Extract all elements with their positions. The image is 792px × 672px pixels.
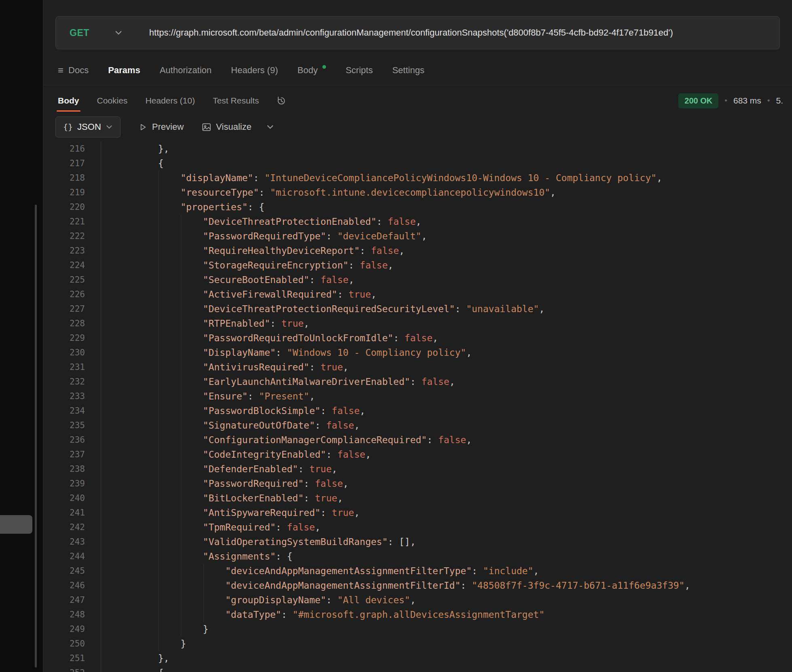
gutter [85, 156, 101, 171]
line-number: 245 [44, 564, 85, 578]
code-text: "TpmRequired": false, [101, 520, 320, 535]
format-label: JSON [77, 122, 101, 132]
code-text: "ConfigurationManagerComplianceRequired"… [101, 433, 472, 447]
code-token: , [388, 260, 394, 270]
response-tab-headers-10[interactable]: Headers (10) [145, 96, 195, 106]
chevron-down-icon[interactable] [114, 29, 123, 37]
line-number: 224 [44, 258, 85, 273]
response-meta: 200 OK • 683 ms • 5. [678, 90, 783, 112]
sidebar-hover-item[interactable] [0, 515, 32, 534]
code-line: 239 "PasswordRequired": false, [44, 476, 792, 491]
code-text: } [101, 636, 186, 651]
code-token: "PasswordRequiredType" [203, 231, 326, 241]
code-token: , [304, 318, 309, 329]
code-token: "IntuneDeviceCompliancePolicyWindows10-W… [265, 173, 656, 183]
gutter [85, 505, 101, 520]
code-text: "displayName": "IntuneDeviceCompliancePo… [101, 171, 662, 185]
gutter [85, 374, 101, 389]
code-token: : [337, 289, 349, 300]
response-tab-test-results[interactable]: Test Results [213, 96, 259, 106]
preview-button[interactable]: Preview [138, 122, 184, 132]
request-tab-body[interactable]: Body [297, 65, 326, 76]
line-number: 248 [44, 607, 85, 622]
code-token: , [684, 580, 690, 591]
code-token: } [113, 638, 186, 649]
code-token: , [534, 566, 539, 576]
request-tab-headers-9[interactable]: Headers (9) [231, 65, 278, 76]
code-token [113, 435, 203, 445]
code-line: 224 "StorageRequireEncryption": false, [44, 258, 792, 273]
code-text: { [101, 666, 164, 672]
code-token: "ActiveFirewallRequired" [203, 289, 337, 300]
code-token: : [393, 333, 404, 343]
code-token: , [421, 231, 427, 241]
code-token [113, 580, 225, 591]
request-tab-authorization[interactable]: Authorization [160, 65, 212, 76]
code-line: 222 "PasswordRequiredType": "deviceDefau… [44, 229, 792, 243]
code-line: 234 "PasswordBlockSimple": false, [44, 404, 792, 418]
code-token: false [287, 522, 315, 533]
history-icon[interactable] [276, 95, 287, 106]
code-token: , [416, 216, 421, 227]
gutter [85, 578, 101, 593]
indent-guide [203, 564, 204, 622]
code-token: : [427, 435, 438, 445]
url-input[interactable]: https://graph.microsoft.com/beta/admin/c… [149, 27, 673, 38]
code-line: 225 "SecureBootEnabled": false, [44, 273, 792, 287]
request-tab-settings[interactable]: Settings [392, 65, 425, 76]
chevron-down-icon[interactable] [266, 123, 274, 131]
request-tab-docs[interactable]: ≡Docs [58, 65, 89, 76]
line-number: 232 [44, 374, 85, 389]
code-token: "All devices" [337, 595, 410, 605]
gutter [85, 389, 101, 404]
code-line: 223 "RequireHealthyDeviceReport": false, [44, 243, 792, 258]
indent-guide [181, 214, 181, 636]
response-tab-body[interactable]: Body [58, 96, 79, 106]
gutter [85, 287, 101, 302]
request-panel: GET https://graph.microsoft.com/beta/adm… [44, 0, 792, 672]
gutter [85, 549, 101, 564]
code-token: "48508f7f-3f9c-4717-b671-a11f6e9a3f39" [472, 580, 684, 591]
code-line: 221 "DeviceThreatProtectionEnabled": fal… [44, 214, 792, 229]
code-token: false [360, 260, 388, 270]
code-token: : [281, 609, 292, 620]
code-token [113, 391, 203, 402]
visualize-button[interactable]: Visualize [201, 122, 252, 132]
gutter [85, 418, 101, 433]
code-text: "dataType": "#microsoft.graph.allDevices… [101, 607, 544, 622]
code-text: { [101, 156, 164, 171]
code-token: , [550, 187, 556, 198]
code-token: "ValidOperatingSystemBuildRanges" [203, 537, 388, 547]
code-token: "AntivirusRequired" [203, 362, 309, 372]
chevron-down-icon [106, 123, 113, 131]
code-token: : [455, 304, 466, 314]
code-text: }, [101, 142, 169, 156]
code-token: : [320, 507, 332, 518]
line-number: 236 [44, 433, 85, 447]
method-selector[interactable]: GET [70, 27, 89, 38]
code-token: , [466, 435, 472, 445]
code-token: , [432, 333, 438, 343]
response-tab-cookies[interactable]: Cookies [97, 96, 128, 106]
format-select[interactable]: {} JSON [55, 116, 121, 137]
request-tab-scripts[interactable]: Scripts [345, 65, 373, 76]
code-token [113, 566, 225, 576]
code-token: true [320, 362, 343, 372]
code-text: "StorageRequireEncryption": false, [101, 258, 393, 273]
code-token [113, 304, 203, 314]
code-token [113, 595, 225, 605]
gutter [85, 185, 101, 200]
gutter [85, 345, 101, 360]
code-token: "CodeIntegrityEnabled" [203, 449, 326, 460]
code-token [113, 376, 203, 387]
gutter [85, 258, 101, 273]
request-tab-params[interactable]: Params [108, 65, 140, 76]
code-token: "deviceDefault" [337, 231, 421, 241]
code-token: : [304, 478, 315, 489]
code-token: { [113, 668, 164, 672]
code-token: , [309, 391, 315, 402]
code-line: 233 "Ensure": "Present", [44, 389, 792, 404]
sidebar-scrollbar[interactable] [35, 205, 37, 668]
code-token: "Assignments" [203, 551, 276, 562]
line-number: 237 [44, 447, 85, 462]
